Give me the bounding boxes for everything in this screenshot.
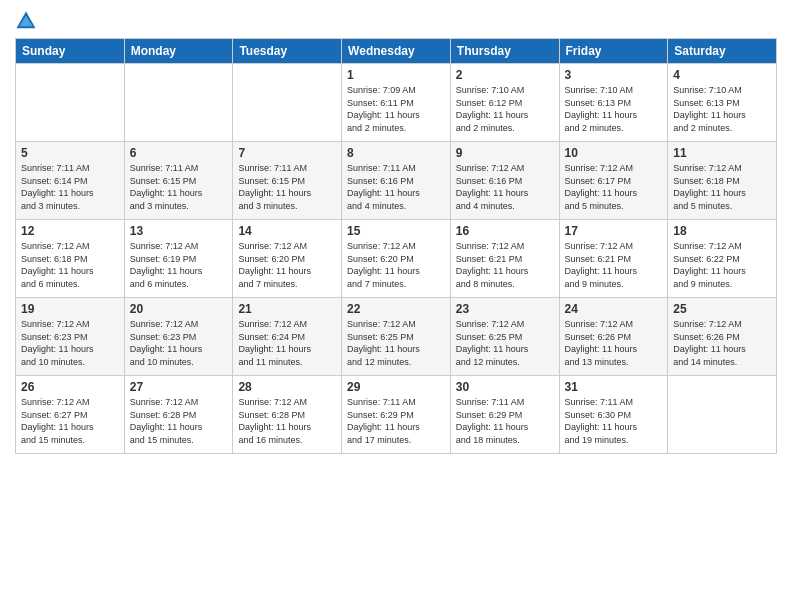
day-content: Sunrise: 7:12 AM Sunset: 6:20 PM Dayligh… <box>238 240 336 290</box>
day-content: Sunrise: 7:12 AM Sunset: 6:26 PM Dayligh… <box>673 318 771 368</box>
day-number: 9 <box>456 146 554 160</box>
header-day-friday: Friday <box>559 39 668 64</box>
day-number: 19 <box>21 302 119 316</box>
day-content: Sunrise: 7:10 AM Sunset: 6:13 PM Dayligh… <box>673 84 771 134</box>
calendar-cell: 18Sunrise: 7:12 AM Sunset: 6:22 PM Dayli… <box>668 220 777 298</box>
day-content: Sunrise: 7:12 AM Sunset: 6:27 PM Dayligh… <box>21 396 119 446</box>
calendar-cell: 24Sunrise: 7:12 AM Sunset: 6:26 PM Dayli… <box>559 298 668 376</box>
calendar-table: SundayMondayTuesdayWednesdayThursdayFrid… <box>15 38 777 454</box>
day-number: 8 <box>347 146 445 160</box>
day-number: 15 <box>347 224 445 238</box>
calendar-cell: 31Sunrise: 7:11 AM Sunset: 6:30 PM Dayli… <box>559 376 668 454</box>
logo <box>15 10 41 32</box>
day-number: 18 <box>673 224 771 238</box>
header-day-monday: Monday <box>124 39 233 64</box>
calendar-cell: 11Sunrise: 7:12 AM Sunset: 6:18 PM Dayli… <box>668 142 777 220</box>
logo-icon <box>15 10 37 32</box>
day-content: Sunrise: 7:12 AM Sunset: 6:23 PM Dayligh… <box>130 318 228 368</box>
day-number: 30 <box>456 380 554 394</box>
week-row-2: 5Sunrise: 7:11 AM Sunset: 6:14 PM Daylig… <box>16 142 777 220</box>
calendar-cell: 10Sunrise: 7:12 AM Sunset: 6:17 PM Dayli… <box>559 142 668 220</box>
day-content: Sunrise: 7:12 AM Sunset: 6:25 PM Dayligh… <box>456 318 554 368</box>
calendar-body: 1Sunrise: 7:09 AM Sunset: 6:11 PM Daylig… <box>16 64 777 454</box>
day-content: Sunrise: 7:12 AM Sunset: 6:23 PM Dayligh… <box>21 318 119 368</box>
day-number: 17 <box>565 224 663 238</box>
day-content: Sunrise: 7:12 AM Sunset: 6:20 PM Dayligh… <box>347 240 445 290</box>
day-number: 11 <box>673 146 771 160</box>
calendar-cell: 6Sunrise: 7:11 AM Sunset: 6:15 PM Daylig… <box>124 142 233 220</box>
day-content: Sunrise: 7:11 AM Sunset: 6:30 PM Dayligh… <box>565 396 663 446</box>
day-number: 3 <box>565 68 663 82</box>
day-content: Sunrise: 7:12 AM Sunset: 6:26 PM Dayligh… <box>565 318 663 368</box>
calendar-cell: 22Sunrise: 7:12 AM Sunset: 6:25 PM Dayli… <box>342 298 451 376</box>
week-row-4: 19Sunrise: 7:12 AM Sunset: 6:23 PM Dayli… <box>16 298 777 376</box>
day-content: Sunrise: 7:11 AM Sunset: 6:29 PM Dayligh… <box>456 396 554 446</box>
calendar-cell: 1Sunrise: 7:09 AM Sunset: 6:11 PM Daylig… <box>342 64 451 142</box>
day-number: 13 <box>130 224 228 238</box>
day-number: 28 <box>238 380 336 394</box>
day-content: Sunrise: 7:12 AM Sunset: 6:17 PM Dayligh… <box>565 162 663 212</box>
day-number: 16 <box>456 224 554 238</box>
day-number: 31 <box>565 380 663 394</box>
header-day-thursday: Thursday <box>450 39 559 64</box>
calendar-cell <box>233 64 342 142</box>
day-number: 20 <box>130 302 228 316</box>
calendar-header: SundayMondayTuesdayWednesdayThursdayFrid… <box>16 39 777 64</box>
header-day-sunday: Sunday <box>16 39 125 64</box>
header-row: SundayMondayTuesdayWednesdayThursdayFrid… <box>16 39 777 64</box>
day-content: Sunrise: 7:12 AM Sunset: 6:16 PM Dayligh… <box>456 162 554 212</box>
day-number: 14 <box>238 224 336 238</box>
calendar-cell: 25Sunrise: 7:12 AM Sunset: 6:26 PM Dayli… <box>668 298 777 376</box>
calendar-cell: 23Sunrise: 7:12 AM Sunset: 6:25 PM Dayli… <box>450 298 559 376</box>
day-content: Sunrise: 7:11 AM Sunset: 6:14 PM Dayligh… <box>21 162 119 212</box>
calendar-cell: 7Sunrise: 7:11 AM Sunset: 6:15 PM Daylig… <box>233 142 342 220</box>
day-number: 29 <box>347 380 445 394</box>
calendar-cell: 19Sunrise: 7:12 AM Sunset: 6:23 PM Dayli… <box>16 298 125 376</box>
header-day-wednesday: Wednesday <box>342 39 451 64</box>
calendar-cell: 16Sunrise: 7:12 AM Sunset: 6:21 PM Dayli… <box>450 220 559 298</box>
day-content: Sunrise: 7:12 AM Sunset: 6:28 PM Dayligh… <box>238 396 336 446</box>
week-row-1: 1Sunrise: 7:09 AM Sunset: 6:11 PM Daylig… <box>16 64 777 142</box>
calendar-cell <box>124 64 233 142</box>
calendar-cell: 15Sunrise: 7:12 AM Sunset: 6:20 PM Dayli… <box>342 220 451 298</box>
calendar-cell: 12Sunrise: 7:12 AM Sunset: 6:18 PM Dayli… <box>16 220 125 298</box>
day-content: Sunrise: 7:12 AM Sunset: 6:18 PM Dayligh… <box>21 240 119 290</box>
day-content: Sunrise: 7:11 AM Sunset: 6:15 PM Dayligh… <box>130 162 228 212</box>
day-number: 12 <box>21 224 119 238</box>
day-number: 23 <box>456 302 554 316</box>
calendar-cell: 14Sunrise: 7:12 AM Sunset: 6:20 PM Dayli… <box>233 220 342 298</box>
calendar-cell: 26Sunrise: 7:12 AM Sunset: 6:27 PM Dayli… <box>16 376 125 454</box>
header-day-saturday: Saturday <box>668 39 777 64</box>
day-content: Sunrise: 7:12 AM Sunset: 6:24 PM Dayligh… <box>238 318 336 368</box>
day-content: Sunrise: 7:12 AM Sunset: 6:28 PM Dayligh… <box>130 396 228 446</box>
calendar-cell: 4Sunrise: 7:10 AM Sunset: 6:13 PM Daylig… <box>668 64 777 142</box>
calendar-cell: 13Sunrise: 7:12 AM Sunset: 6:19 PM Dayli… <box>124 220 233 298</box>
calendar-cell: 5Sunrise: 7:11 AM Sunset: 6:14 PM Daylig… <box>16 142 125 220</box>
day-content: Sunrise: 7:12 AM Sunset: 6:18 PM Dayligh… <box>673 162 771 212</box>
day-number: 7 <box>238 146 336 160</box>
calendar-cell: 17Sunrise: 7:12 AM Sunset: 6:21 PM Dayli… <box>559 220 668 298</box>
header <box>15 10 777 32</box>
day-number: 22 <box>347 302 445 316</box>
calendar-cell <box>668 376 777 454</box>
calendar-cell: 28Sunrise: 7:12 AM Sunset: 6:28 PM Dayli… <box>233 376 342 454</box>
calendar-cell: 29Sunrise: 7:11 AM Sunset: 6:29 PM Dayli… <box>342 376 451 454</box>
header-day-tuesday: Tuesday <box>233 39 342 64</box>
calendar-cell: 8Sunrise: 7:11 AM Sunset: 6:16 PM Daylig… <box>342 142 451 220</box>
day-number: 1 <box>347 68 445 82</box>
day-content: Sunrise: 7:11 AM Sunset: 6:15 PM Dayligh… <box>238 162 336 212</box>
calendar-cell: 3Sunrise: 7:10 AM Sunset: 6:13 PM Daylig… <box>559 64 668 142</box>
calendar-cell: 30Sunrise: 7:11 AM Sunset: 6:29 PM Dayli… <box>450 376 559 454</box>
day-content: Sunrise: 7:12 AM Sunset: 6:19 PM Dayligh… <box>130 240 228 290</box>
day-content: Sunrise: 7:12 AM Sunset: 6:21 PM Dayligh… <box>456 240 554 290</box>
week-row-3: 12Sunrise: 7:12 AM Sunset: 6:18 PM Dayli… <box>16 220 777 298</box>
day-content: Sunrise: 7:12 AM Sunset: 6:21 PM Dayligh… <box>565 240 663 290</box>
day-number: 24 <box>565 302 663 316</box>
day-number: 27 <box>130 380 228 394</box>
calendar-cell: 2Sunrise: 7:10 AM Sunset: 6:12 PM Daylig… <box>450 64 559 142</box>
day-content: Sunrise: 7:11 AM Sunset: 6:29 PM Dayligh… <box>347 396 445 446</box>
calendar-cell: 21Sunrise: 7:12 AM Sunset: 6:24 PM Dayli… <box>233 298 342 376</box>
day-number: 2 <box>456 68 554 82</box>
day-number: 21 <box>238 302 336 316</box>
day-content: Sunrise: 7:12 AM Sunset: 6:25 PM Dayligh… <box>347 318 445 368</box>
